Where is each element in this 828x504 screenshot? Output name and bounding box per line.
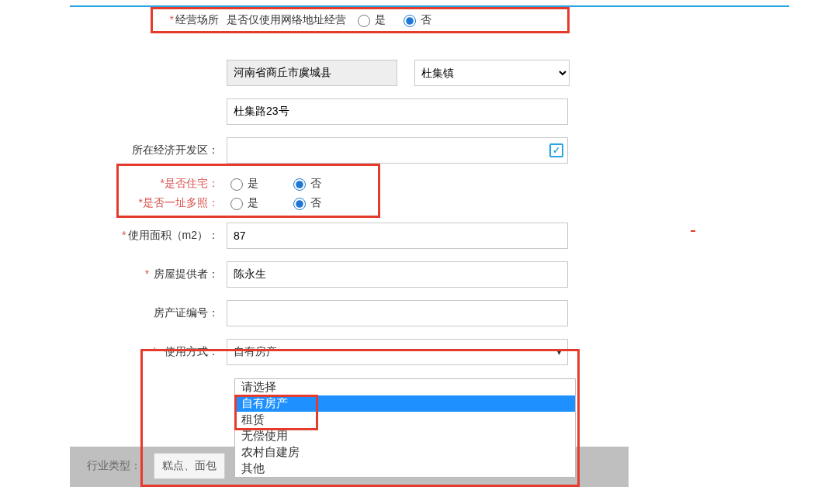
network-only-yes[interactable]: 是 [354,12,386,27]
label-devzone: 所在经济开发区： [0,143,227,157]
industry-type-button[interactable]: 糕点、面包 [154,453,225,479]
stray-mark [691,230,695,232]
multi-no[interactable]: 否 [289,195,321,210]
radio-label: 否 [421,13,431,27]
usage-option-rent[interactable]: 租赁 [235,412,575,428]
radio-multi-yes[interactable] [230,198,243,210]
devzone-picker-icon[interactable]: ✓ [549,143,563,157]
label-text: 所在经济开发区： [132,143,219,156]
radio-residence-no[interactable] [293,178,306,191]
usage-select[interactable]: 自有房产 ▾ [227,339,568,365]
label-text: *是否一址多照： [139,196,219,209]
label-text: 房屋提供者： [154,268,219,280]
usage-option-own[interactable]: 自有房产 [235,395,575,412]
chevron-down-icon: ▾ [557,348,561,357]
devzone-input[interactable] [227,137,568,164]
radio-label: 是 [375,13,386,27]
label-industry: 行业类型： [87,459,141,473]
radio-label: 否 [310,177,321,191]
network-only-no[interactable]: 否 [400,12,431,27]
label-text: 经营场所 [175,13,219,26]
label-business-place: *经营场所 [0,13,227,27]
network-only-prompt: 是否仅使用网络地址经营 [227,13,346,27]
radio-label: 是 [248,177,258,191]
usage-selected-text: 自有房产 [234,345,277,359]
residence-no[interactable]: 否 [289,176,321,191]
top-accent-line [70,5,789,7]
label-provider: * 房屋提供者： [0,268,227,281]
cert-input[interactable] [227,300,568,326]
label-text: *是否住宅： [161,177,219,189]
label-area: *使用面积（m2）： [0,229,227,243]
residence-yes[interactable]: 是 [227,176,258,191]
address-detail-input[interactable] [227,98,568,125]
usage-dropdown-list[interactable]: 请选择 自有房产 租赁 无偿使用 农村自建房 其他 [234,378,576,478]
label-text: 房产证编号： [154,306,219,319]
provider-input[interactable] [227,261,568,288]
label-cert: 房产证编号： [0,306,227,320]
usage-option-placeholder[interactable]: 请选择 [235,379,575,395]
region-locked-input [227,60,397,86]
radio-residence-yes[interactable] [230,178,243,191]
radio-label: 否 [310,196,321,210]
radio-network-yes[interactable] [358,15,370,27]
radio-label: 是 [248,196,258,210]
label-is-residence: *是否住宅： [0,177,227,191]
label-multi-license: *是否一址多照： [0,196,227,210]
radio-multi-no[interactable] [293,198,306,210]
form-area: *经营场所 是否仅使用网络地址经营 是 否 杜集镇 [0,8,828,365]
multi-yes[interactable]: 是 [227,195,258,210]
town-select[interactable]: 杜集镇 [414,60,570,86]
label-text: 使用方式： [165,345,219,357]
usage-option-free[interactable]: 无偿使用 [235,428,575,444]
area-input[interactable] [227,223,568,249]
label-text: 使用面积（m2）： [128,229,219,241]
usage-option-other[interactable]: 其他 [235,461,575,477]
usage-option-selfbuild[interactable]: 农村自建房 [235,444,575,461]
radio-network-no[interactable] [404,15,416,27]
label-usage: * 使用方式： [0,345,227,359]
